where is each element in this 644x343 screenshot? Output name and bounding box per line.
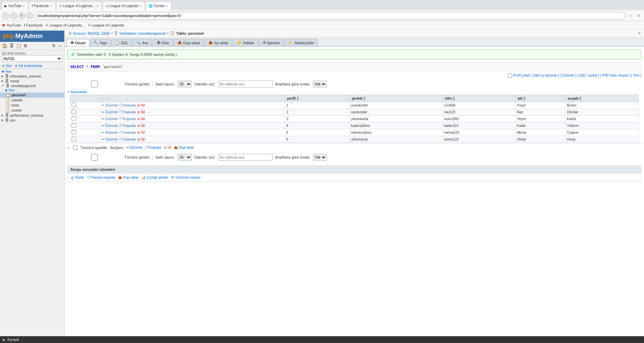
row-copy-link-3[interactable]: ❐ Kopyala — [119, 124, 136, 128]
copy-link[interactable]: ❐ Panoya kopyala — [87, 176, 115, 179]
th-sort-arrows[interactable]: ← → — [100, 95, 285, 102]
show-all-checkbox-top[interactable] — [67, 81, 122, 87]
row-count-select-bottom[interactable]: 25 50 100 — [178, 154, 192, 161]
tree-item-perf-schema[interactable]: ▶ 🗄 performance_schema — [0, 113, 64, 118]
perid-sort-icons[interactable]: ▲ ▼ — [296, 96, 299, 101]
tab-lol1[interactable]: ⚔ League of Legends... ✕ — [56, 1, 102, 10]
row-delete-link-3[interactable]: ⊘ Sil — [137, 124, 145, 128]
back-button[interactable]: ‹ — [2, 12, 9, 19]
tab-gozat[interactable]: 👁 Gözat — [67, 39, 89, 46]
th-soyadi[interactable]: soyadi ▲ ▼ — [565, 95, 639, 102]
breadcrumb-server[interactable]: Sunucu: MySQL:3306 — [73, 31, 110, 35]
peradi-sort-icons[interactable]: ▲ ▼ — [363, 96, 366, 101]
row-copy-link-4[interactable]: ❐ Kopyala — [119, 131, 136, 134]
bookmark-lol2[interactable]: ⚔ League of Legends — [88, 23, 124, 27]
tab-close-icon[interactable]: ✕ — [50, 4, 53, 8]
th-adi[interactable]: adi ▲ ▼ — [516, 95, 565, 102]
row-copy-link-2[interactable]: ❐ Kopyala — [119, 117, 136, 121]
sort-up-icon[interactable]: ▲ — [523, 96, 525, 98]
tab-close-icon[interactable]: ✕ — [96, 4, 99, 8]
yeni-link[interactable]: Yeni — [633, 74, 639, 77]
sort-down-icon[interactable]: ▼ — [296, 98, 299, 101]
row-checkbox-2[interactable] — [72, 116, 76, 121]
forward-button[interactable]: › — [10, 12, 17, 19]
row-count-select-top[interactable]: 25 50 100 — [178, 81, 192, 87]
breadcrumb-close-icon[interactable]: ✕ — [638, 31, 641, 35]
tree-item-new-oxxo[interactable]: ✚ Yeni — [0, 88, 64, 93]
tree-item-info-schema[interactable]: ▶ 🗄 information_schema — [0, 74, 64, 79]
row-edit-link-5[interactable]: ✏ Düzenle — [102, 137, 118, 141]
row-copy-link-1[interactable]: ❐ Kopyala — [119, 110, 136, 114]
th-sifre[interactable]: sifre ▲ ▼ — [443, 95, 516, 102]
breadcrumb-database[interactable]: Veritabanı: oxxodepoguncel — [119, 31, 166, 35]
tab-ice-aktar[interactable]: 📥 İçe aktar — [205, 39, 232, 46]
tab-close-icon[interactable]: ✕ — [22, 4, 25, 8]
favorites-link[interactable]: ★ Sık kullanılanlar — [15, 64, 42, 68]
bookmark-lol1[interactable]: ⚔ League of Legends... — [45, 23, 85, 27]
settings-sidebar-icon[interactable]: ⚙ — [23, 43, 28, 48]
filter-input-bottom[interactable] — [218, 154, 273, 161]
sort-down-icon[interactable]: ▼ — [453, 98, 455, 101]
tab-youtube[interactable]: ▶ YouTube ✕ — [1, 1, 28, 10]
row-delete-link-2[interactable]: ⊘ Sil — [137, 117, 145, 121]
tree-item-subeler[interactable]: 📋 subeler — [0, 98, 64, 103]
tab-lol2[interactable]: ⚔ League of Legends ✕ — [102, 1, 145, 10]
tree-item-personel[interactable]: 📋 personel — [0, 93, 64, 98]
sort-down-icon[interactable]: ▼ — [363, 98, 366, 101]
row-edit-link-1[interactable]: ✏ Düzenle — [102, 110, 118, 114]
php-kodu-link[interactable]: PHP kodu oluştur — [602, 74, 628, 77]
row-copy-link-0[interactable]: ❐ Kopyala — [119, 103, 136, 107]
server-select[interactable]: MySQL — [2, 55, 62, 62]
row-edit-link-4[interactable]: ✏ Düzenle — [102, 131, 118, 134]
tab-ekle[interactable]: ➕ Ekle — [153, 39, 173, 46]
home-sidebar-icon[interactable]: 🏠 — [2, 43, 7, 48]
tab-facebook[interactable]: f Facebook ✕ — [29, 1, 55, 10]
show-all-checkbox-bottom[interactable] — [67, 154, 122, 161]
copy-selected-link[interactable]: ❐ Kopyala — [145, 146, 161, 149]
print-link[interactable]: 🖨 Yazdır — [70, 176, 84, 179]
row-checkbox-0[interactable] — [72, 103, 76, 107]
refresh-button[interactable]: ↻ — [18, 12, 25, 19]
sort-up-icon[interactable]: ▲ — [363, 96, 366, 98]
tree-item-urunler[interactable]: 📋 urunler — [0, 108, 64, 113]
konsol-bar[interactable]: ▶ Konsol — [0, 336, 644, 343]
sort-up-icon[interactable]: ▲ — [296, 96, 299, 98]
bookmark-icon[interactable]: ☆ — [627, 12, 634, 19]
sql-acikla-link[interactable]: SQL'i açıkla — [579, 74, 597, 77]
row-delete-link-4[interactable]: ⊘ Sil — [137, 131, 145, 134]
th-peradi[interactable]: perAdi ▲ ▼ — [349, 95, 442, 102]
sort-select-bottom[interactable]: Yok — [313, 154, 327, 161]
tab-close-icon[interactable]: ✕ — [166, 4, 169, 8]
tree-item-mysql[interactable]: ▶ 🗄 mysql — [0, 79, 64, 83]
bookmark-youtube[interactable]: ▶ YouTube — [3, 23, 21, 27]
profile-checkbox[interactable] — [508, 74, 512, 78]
sort-up-icon[interactable]: ▲ — [579, 96, 581, 98]
sort-left-icon[interactable]: ← — [102, 97, 106, 100]
recent-link[interactable]: ⟳ Son — [2, 64, 12, 68]
row-checkbox-1[interactable] — [72, 110, 76, 114]
tree-item-turler[interactable]: 📋 turler — [0, 103, 64, 108]
duzenle-link[interactable]: Düzenle — [562, 74, 574, 77]
sifre-sort-icons[interactable]: ▲ ▼ — [453, 96, 455, 101]
export-selected-link[interactable]: 📤 Dışa aktar — [174, 146, 194, 149]
reload-sidebar-icon[interactable]: ↻ — [52, 43, 56, 48]
sort-right-icon[interactable]: → — [106, 97, 110, 100]
delete-selected-link[interactable]: ⊘ Sil — [164, 146, 171, 149]
satir-ici-link[interactable]: Satır içi düzenle — [533, 74, 557, 77]
soyadi-sort-icons[interactable]: ▲ ▼ — [579, 96, 581, 101]
row-checkbox-3[interactable] — [72, 123, 76, 128]
sort-down-icon[interactable]: ▼ — [579, 98, 581, 101]
select-all-checkbox-bottom[interactable] — [73, 145, 77, 150]
secenekler-link[interactable]: + Seçenekler — [67, 90, 87, 94]
filter-input-top[interactable] — [218, 81, 273, 87]
row-edit-link-0[interactable]: ✏ Düzenle — [102, 103, 118, 107]
tab-sql[interactable]: 📋 SQL — [111, 39, 132, 46]
tab-active[interactable]: 🌐 Turnitin ✕ — [145, 1, 172, 10]
bookmark-facebook[interactable]: f Facebook — [24, 23, 42, 27]
th-perid[interactable]: perID ▲ ▼ — [285, 95, 349, 102]
chart-link[interactable]: 📊 Çizelge göster — [141, 176, 168, 179]
row-delete-link-1[interactable]: ⊘ Sil — [137, 110, 145, 114]
home-button[interactable]: ⌂ — [27, 12, 33, 19]
view-link[interactable]: 👁 Görünüm oluştur — [171, 176, 201, 179]
settings-icon[interactable]: ≡ — [635, 12, 642, 19]
